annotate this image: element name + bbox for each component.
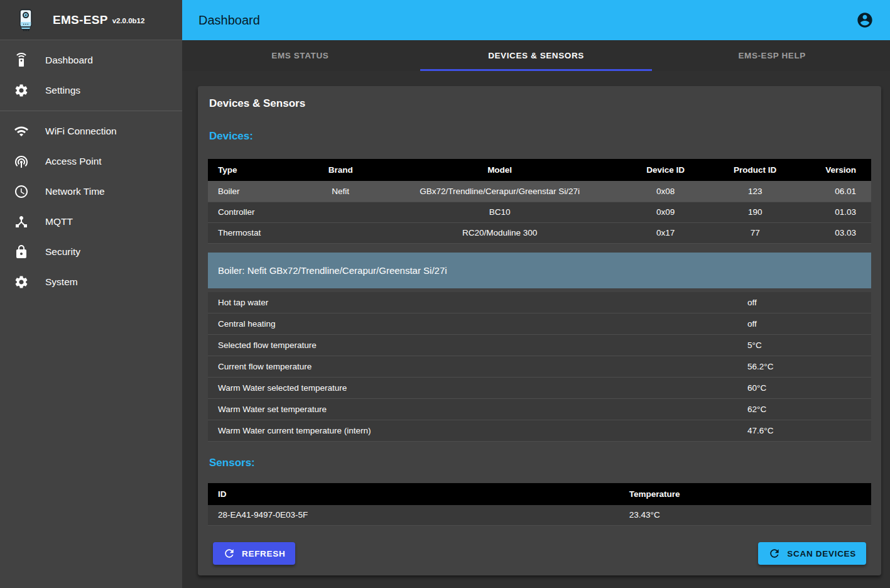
- scan-devices-button-label: SCAN DEVICES: [787, 549, 856, 558]
- cell-version: 03.03: [798, 222, 871, 243]
- devices-sensors-card: Devices & Sensors Devices: Type Brand Mo…: [198, 86, 881, 575]
- cell-version: 06.01: [798, 181, 871, 202]
- cell-device-id: 0x09: [619, 202, 712, 222]
- refresh-icon: [223, 547, 236, 560]
- gear-icon: [14, 275, 29, 290]
- cell-device-id: 0x17: [619, 222, 712, 243]
- gear-icon: [14, 83, 29, 98]
- tab-devices-sensors[interactable]: DEVICES & SENSORS: [418, 40, 654, 71]
- detail-label: Warm Water set temperature: [208, 405, 747, 414]
- tab-ems-status[interactable]: EMS STATUS: [182, 40, 418, 71]
- table-row-controller[interactable]: Controller BC10 0x09 190 01.03: [208, 202, 871, 222]
- list-item: Hot tap water off: [208, 292, 871, 313]
- scan-devices-button[interactable]: SCAN DEVICES: [758, 542, 866, 565]
- column-header-id: ID: [208, 483, 619, 505]
- cell-type: Boiler: [208, 181, 301, 202]
- sidebar-divider: [0, 111, 182, 111]
- cell-version: 01.03: [798, 202, 871, 222]
- detail-label: Current flow temperature: [208, 362, 747, 371]
- refresh-icon: [768, 547, 781, 560]
- sidebar-item-mqtt[interactable]: MQTT: [0, 207, 182, 237]
- detail-label: Warm Water selected temperature: [208, 383, 747, 393]
- sidebar: EMS-ESP v2.0.0b12 Dashboard Settings WiF…: [0, 0, 182, 588]
- detail-label: Warm Water current temperature (intern): [208, 426, 747, 435]
- sidebar-item-label: Access Point: [45, 156, 102, 167]
- table-row-sensor[interactable]: 28-EA41-9497-0E03-5F 23.43°C: [208, 505, 871, 526]
- card-title: Devices & Sensors: [209, 97, 871, 110]
- app-title: EMS-ESP: [53, 13, 108, 27]
- detail-value: off: [747, 319, 871, 329]
- sidebar-item-label: MQTT: [45, 216, 73, 227]
- cell-type: Controller: [208, 202, 301, 222]
- column-header-brand: Brand: [301, 159, 381, 181]
- app-version: v2.0.0b12: [112, 17, 145, 24]
- device-hub-icon: [14, 214, 29, 229]
- devices-table-header-row: Type Brand Model Device ID Product ID Ve…: [208, 159, 871, 181]
- app-root: EMS-ESP v2.0.0b12 Dashboard Settings WiF…: [0, 0, 890, 588]
- cell-sensor-temperature: 23.43°C: [619, 505, 871, 526]
- boiler-banner: Boiler: Nefit GBx72/Trendline/Cerapur/Gr…: [208, 253, 871, 288]
- content-area: Devices & Sensors Devices: Type Brand Mo…: [182, 71, 890, 588]
- sensors-table-header-row: ID Temperature: [208, 483, 871, 505]
- boiler-detail-list: Hot tap water off Central heating off Se…: [208, 292, 871, 442]
- sensors-heading: Sensors:: [209, 457, 871, 469]
- column-header-version: Version: [798, 159, 871, 181]
- lock-icon: [14, 244, 29, 259]
- cell-sensor-id: 28-EA41-9497-0E03-5F: [208, 505, 619, 526]
- wifi-icon: [14, 124, 29, 139]
- list-item: Warm Water current temperature (intern) …: [208, 420, 871, 442]
- list-item: Current flow temperature 56.2°C: [208, 356, 871, 378]
- detail-value: 56.2°C: [747, 362, 871, 371]
- sidebar-item-security[interactable]: Security: [0, 237, 182, 267]
- column-header-model: Model: [381, 159, 619, 181]
- refresh-button[interactable]: REFRESH: [213, 542, 295, 565]
- tab-bar: EMS STATUS DEVICES & SENSORS EMS-ESP HEL…: [182, 40, 890, 71]
- column-header-product-id: Product ID: [712, 159, 798, 181]
- sidebar-item-dashboard[interactable]: Dashboard: [0, 45, 182, 75]
- sidebar-item-label: Settings: [45, 85, 80, 96]
- cell-device-id: 0x08: [619, 181, 712, 202]
- sidebar-item-network-time[interactable]: Network Time: [0, 177, 182, 207]
- cell-product-id: 123: [712, 181, 798, 202]
- table-row-boiler[interactable]: Boiler Nefit GBx72/Trendline/Cerapur/Gre…: [208, 181, 871, 202]
- column-header-temperature: Temperature: [619, 483, 871, 505]
- cell-model: BC10: [381, 202, 619, 222]
- list-item: Warm Water set temperature 62°C: [208, 399, 871, 420]
- tab-ems-esp-help[interactable]: EMS-ESP HELP: [654, 40, 890, 71]
- access-point-icon: [14, 154, 29, 169]
- sidebar-item-label: Dashboard: [45, 55, 93, 66]
- cell-brand: Nefit: [301, 181, 381, 202]
- cell-brand: [301, 222, 381, 243]
- clock-icon: [14, 184, 29, 199]
- sidebar-header: EMS-ESP v2.0.0b12: [0, 0, 182, 40]
- cell-brand: [301, 202, 381, 222]
- sidebar-item-system[interactable]: System: [0, 267, 182, 297]
- list-item: Central heating off: [208, 313, 871, 335]
- main-area: Dashboard EMS STATUS DEVICES & SENSORS E…: [182, 0, 890, 588]
- account-circle-icon[interactable]: [856, 11, 874, 29]
- cell-model: GBx72/Trendline/Cerapur/Greenstar Si/27i: [381, 181, 619, 202]
- cell-product-id: 190: [712, 202, 798, 222]
- sidebar-item-label: System: [45, 276, 78, 288]
- page-title: Dashboard: [198, 13, 260, 28]
- devices-table: Type Brand Model Device ID Product ID Ve…: [208, 159, 871, 244]
- sidebar-menu: Dashboard Settings WiFi Connection Acces…: [0, 40, 182, 297]
- sidebar-item-access-point[interactable]: Access Point: [0, 146, 182, 177]
- appbar: Dashboard: [182, 0, 890, 40]
- sensors-table: ID Temperature 28-EA41-9497-0E03-5F 23.4…: [208, 483, 871, 526]
- devices-heading: Devices:: [209, 130, 871, 143]
- sidebar-item-wifi-connection[interactable]: WiFi Connection: [0, 116, 182, 146]
- cell-type: Thermostat: [208, 222, 301, 243]
- list-item: Warm Water selected temperature 60°C: [208, 378, 871, 399]
- actions-row: REFRESH SCAN DEVICES: [208, 542, 871, 565]
- sidebar-item-label: Network Time: [45, 186, 105, 197]
- detail-value: 47.6°C: [747, 426, 871, 435]
- boiler-icon: [18, 6, 34, 34]
- column-header-type: Type: [208, 159, 301, 181]
- detail-label: Hot tap water: [208, 298, 747, 307]
- table-row-thermostat[interactable]: Thermostat RC20/Moduline 300 0x17 77 03.…: [208, 222, 871, 243]
- sidebar-item-settings[interactable]: Settings: [0, 75, 182, 106]
- detail-value: 62°C: [747, 405, 871, 414]
- column-header-device-id: Device ID: [619, 159, 712, 181]
- detail-value: 5°C: [747, 340, 871, 350]
